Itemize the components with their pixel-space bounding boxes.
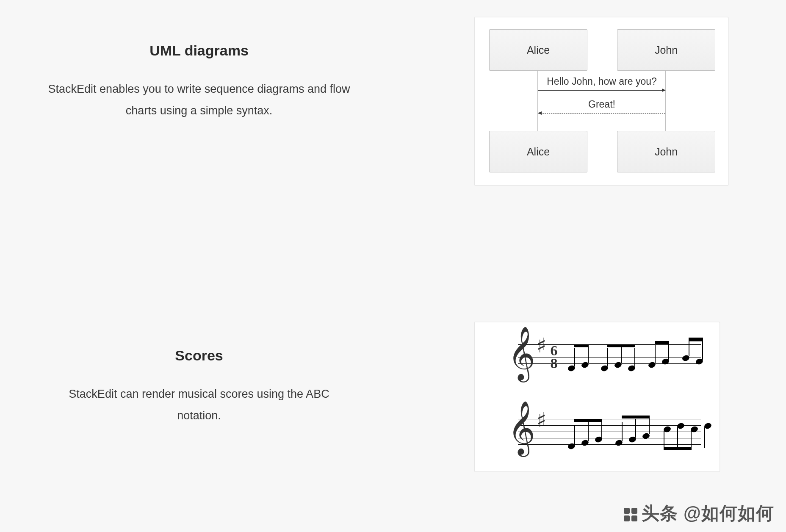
score-staff-1-notes [565,344,701,370]
watermark: 头条 @如何如何 [622,502,774,525]
uml-message-2-label: Great! [538,99,665,110]
time-sig-bottom: 8 [548,357,559,370]
uml-actor-john-bottom: John [617,131,715,172]
uml-actor-john-top: John [617,29,715,71]
uml-text: UML diagrams StackEdit enables you to wr… [0,17,398,122]
svg-rect-1 [631,508,637,514]
uml-actor-alice-bottom: Alice [489,131,587,172]
uml-message-2-arrow [538,113,665,114]
svg-rect-2 [624,515,630,521]
uml-message-1-label: Hello John, how are you? [538,76,665,87]
uml-lifeline-alice [537,70,538,131]
svg-rect-3 [631,515,637,521]
watermark-text: 头条 @如何如何 [642,503,774,523]
uml-heading: UML diagrams [0,42,398,59]
time-signature: 6 8 [548,344,559,370]
score-staff-1: 𝄞 ♯ 6 8 [493,332,701,382]
uml-description: StackEdit enables you to write sequence … [47,78,351,122]
scores-description: StackEdit can render musical scores usin… [47,383,351,427]
score-staff-2-notes [565,419,701,444]
uml-message-1-arrow [538,90,665,91]
uml-lifeline-john [665,70,666,131]
section-scores: Scores StackEdit can render musical scor… [0,322,786,472]
scores-card: 𝄞 ♯ 6 8 [474,322,720,472]
watermark-logo-icon [622,506,639,523]
uml-diagram-card: Alice John Hello John, how are you? Grea… [474,17,728,186]
uml-sequence-diagram: Alice John Hello John, how are you? Grea… [489,29,714,173]
sharp-icon: ♯ [537,333,546,357]
treble-clef-icon: 𝄞 [508,330,535,377]
treble-clef-icon: 𝄞 [508,405,535,451]
uml-actor-alice-top: Alice [489,29,587,71]
scores-text: Scores StackEdit can render musical scor… [0,322,398,427]
svg-rect-0 [624,508,630,514]
scores-heading: Scores [0,347,398,364]
section-uml: UML diagrams StackEdit enables you to wr… [0,17,786,186]
sharp-icon: ♯ [537,408,546,432]
score-staff-2: 𝄞 ♯ [493,407,701,456]
